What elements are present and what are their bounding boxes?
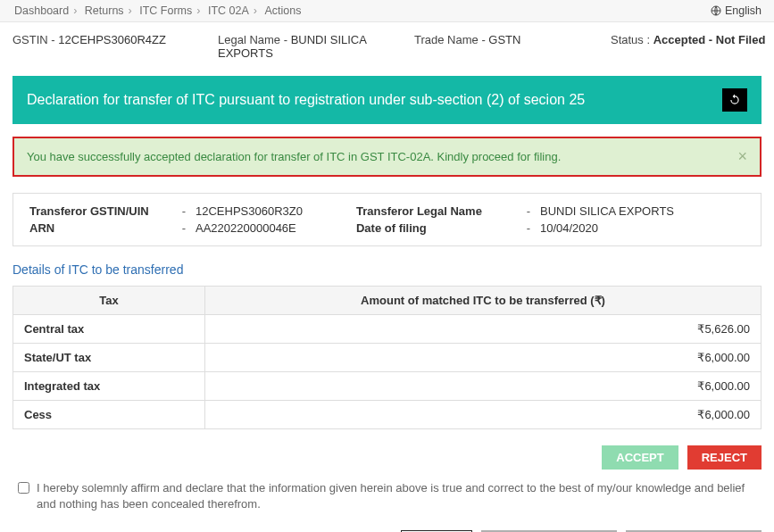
gstin-label: GSTIN -	[12, 33, 58, 46]
globe-icon	[711, 5, 721, 16]
table-row: Cess₹6,000.00	[13, 401, 762, 429]
table-row: Central tax₹5,626.00	[13, 315, 762, 344]
trade-name-label: Trade Name -	[414, 33, 488, 46]
page-banner: Declaration for transfer of ITC pursuant…	[12, 76, 762, 124]
status-value: Accepted - Not Filed	[653, 33, 766, 46]
alert-text: You have successfully accepted declarati…	[27, 150, 561, 163]
itc-table: Tax Amount of matched ITC to be transfer…	[12, 286, 762, 429]
success-alert: You have successfully accepted declarati…	[12, 137, 762, 177]
date-filing-value: 10/04/2020	[540, 221, 598, 235]
section-title: Details of ITC to be transferred	[12, 262, 762, 277]
affirmation-text: I hereby solemnly affirm and declare tha…	[37, 480, 756, 512]
reject-button[interactable]: REJECT	[687, 445, 762, 470]
language-label: English	[725, 4, 762, 17]
language-selector[interactable]: English	[711, 4, 762, 17]
arn-label: ARN	[29, 221, 172, 235]
crumb-itc-02a[interactable]: ITC 02A	[208, 4, 249, 17]
table-row: Integrated tax₹6,000.00	[13, 372, 762, 401]
legal-name-label: Legal Name -	[218, 33, 291, 46]
transferor-gstin-value: 12CEHPS3060R3Z0	[196, 204, 303, 218]
chevron-right-icon: ›	[129, 4, 132, 17]
affirmation-row[interactable]: I hereby solemnly affirm and declare tha…	[0, 477, 774, 520]
cell-tax: Integrated tax	[13, 372, 205, 401]
crumb-actions[interactable]: Actions	[264, 4, 301, 17]
chevron-right-icon: ›	[254, 4, 257, 17]
cell-amount: ₹6,000.00	[205, 344, 762, 372]
date-filing-label: Date of filing	[356, 221, 517, 235]
affirmation-checkbox[interactable]	[18, 482, 29, 494]
chevron-right-icon: ›	[73, 4, 77, 17]
cell-amount: ₹6,000.00	[205, 372, 762, 401]
crumb-itc-forms[interactable]: ITC Forms	[139, 4, 192, 17]
transferor-legal-name-value: BUNDI SILICA EXPORTS	[540, 204, 674, 218]
transferor-gstin-label: Transferor GSTIN/UIN	[29, 204, 172, 218]
refresh-button[interactable]	[722, 88, 747, 112]
action-row-file: BACK FILE ITC WITH DSC FILE ITC WITH EVC	[0, 520, 774, 532]
arn-value: AA220220000046E	[196, 221, 296, 235]
table-row: State/UT tax₹6,000.00	[13, 344, 762, 372]
close-icon[interactable]: ×	[737, 147, 747, 166]
cell-amount: ₹6,000.00	[205, 401, 762, 429]
banner-title: Declaration for transfer of ITC pursuant…	[27, 92, 585, 108]
chevron-right-icon: ›	[196, 4, 200, 17]
transferor-box: Transferor GSTIN/UIN - 12CEHPS3060R3Z0 A…	[12, 193, 762, 246]
cell-tax: Cess	[13, 401, 205, 429]
crumb-dashboard[interactable]: Dashboard	[14, 4, 69, 17]
col-amount: Amount of matched ITC to be transferred …	[205, 287, 762, 315]
crumb-returns[interactable]: Returns	[85, 4, 124, 17]
top-bar: Dashboard› Returns› ITC Forms› ITC 02A› …	[0, 0, 774, 22]
transferor-legal-name-label: Transferor Legal Name	[356, 204, 517, 218]
gstin-value: 12CEHPS3060R4ZZ	[58, 33, 166, 46]
status-label: Status :	[611, 33, 653, 46]
col-tax: Tax	[13, 287, 205, 315]
trade-name-value: GSTN	[488, 33, 520, 46]
cell-tax: State/UT tax	[13, 344, 205, 372]
action-row-accept-reject: ACCEPT REJECT	[0, 429, 774, 477]
breadcrumb: Dashboard› Returns› ITC Forms› ITC 02A› …	[12, 4, 303, 17]
cell-amount: ₹5,626.00	[205, 315, 762, 344]
accept-button[interactable]: ACCEPT	[602, 445, 678, 470]
info-row: GSTIN - 12CEHPS3060R4ZZ Legal Name - BUN…	[0, 22, 774, 76]
cell-tax: Central tax	[13, 315, 205, 344]
refresh-icon	[728, 94, 741, 106]
